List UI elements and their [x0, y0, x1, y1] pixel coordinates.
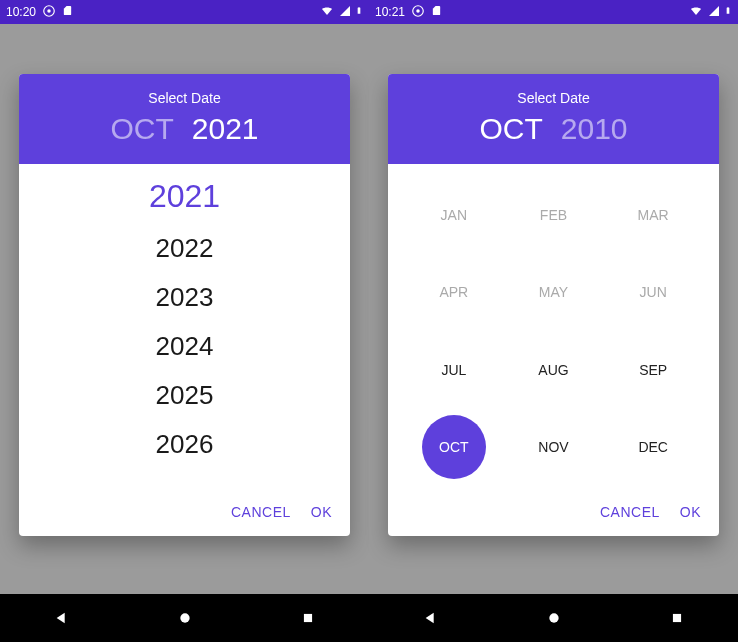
month-cell[interactable]: SEP: [621, 338, 685, 402]
phone-right: 10:21 Select Date OCT 2010: [369, 0, 738, 642]
month-cell[interactable]: JUL: [422, 338, 486, 402]
svg-point-5: [416, 9, 420, 13]
date-picker-dialog: Select Date OCT 2021 2021 2022 2023 2024…: [19, 74, 350, 536]
month-cell[interactable]: MAR: [621, 183, 685, 247]
month-cell[interactable]: DEC: [621, 415, 685, 479]
sd-card-icon: [431, 4, 442, 20]
svg-rect-7: [672, 614, 680, 622]
dialog-actions: CANCEL OK: [19, 490, 350, 536]
svg-point-1: [47, 9, 51, 13]
month-cell[interactable]: JUN: [621, 260, 685, 324]
cancel-button[interactable]: CANCEL: [231, 504, 291, 520]
recent-button[interactable]: [299, 609, 317, 627]
battery-icon: [355, 4, 363, 20]
notification-dot-icon: [411, 4, 425, 21]
wifi-icon: [688, 5, 704, 20]
clock: 10:21: [375, 5, 405, 19]
month-cell[interactable]: APR: [422, 260, 486, 324]
status-bar: 10:20: [0, 0, 369, 24]
phone-left: 10:20 Select Date OCT 2021: [0, 0, 369, 642]
dialog-title: Select Date: [19, 90, 350, 106]
dialog-title: Select Date: [388, 90, 719, 106]
dialog-header: Select Date OCT 2010: [388, 74, 719, 164]
year-item[interactable]: 2022: [156, 233, 214, 264]
wifi-icon: [319, 5, 335, 20]
header-month[interactable]: OCT: [479, 112, 542, 146]
header-year[interactable]: 2021: [192, 112, 259, 146]
month-cell[interactable]: NOV: [521, 415, 585, 479]
notification-dot-icon: [42, 4, 56, 21]
home-button[interactable]: [176, 609, 194, 627]
nav-bar: [369, 594, 738, 642]
svg-point-2: [180, 613, 189, 622]
ok-button[interactable]: OK: [311, 504, 332, 520]
year-item[interactable]: 2025: [156, 380, 214, 411]
status-bar: 10:21: [369, 0, 738, 24]
header-month[interactable]: OCT: [110, 112, 173, 146]
battery-icon: [724, 4, 732, 20]
year-list[interactable]: 2021 2022 2023 2024 2025 2026: [19, 164, 350, 490]
svg-rect-3: [303, 614, 311, 622]
year-item[interactable]: 2021: [149, 178, 220, 215]
month-cell[interactable]: JAN: [422, 183, 486, 247]
ok-button[interactable]: OK: [680, 504, 701, 520]
home-button[interactable]: [545, 609, 563, 627]
svg-point-6: [549, 613, 558, 622]
back-button[interactable]: [422, 609, 440, 627]
dialog-header: Select Date OCT 2021: [19, 74, 350, 164]
nav-bar: [0, 594, 369, 642]
dialog-actions: CANCEL OK: [388, 490, 719, 536]
sd-card-icon: [62, 4, 73, 20]
year-item[interactable]: 2026: [156, 429, 214, 460]
signal-icon: [338, 5, 352, 20]
date-picker-dialog: Select Date OCT 2010 JAN FEB MAR APR MAY…: [388, 74, 719, 536]
month-cell[interactable]: OCT: [422, 415, 486, 479]
month-grid: JAN FEB MAR APR MAY JUN JUL AUG SEP OCT …: [388, 164, 719, 490]
month-cell[interactable]: AUG: [521, 338, 585, 402]
cancel-button[interactable]: CANCEL: [600, 504, 660, 520]
recent-button[interactable]: [668, 609, 686, 627]
year-item[interactable]: 2023: [156, 282, 214, 313]
month-cell[interactable]: FEB: [521, 183, 585, 247]
back-button[interactable]: [53, 609, 71, 627]
year-item[interactable]: 2024: [156, 331, 214, 362]
clock: 10:20: [6, 5, 36, 19]
signal-icon: [707, 5, 721, 20]
header-year[interactable]: 2010: [561, 112, 628, 146]
month-cell[interactable]: MAY: [521, 260, 585, 324]
